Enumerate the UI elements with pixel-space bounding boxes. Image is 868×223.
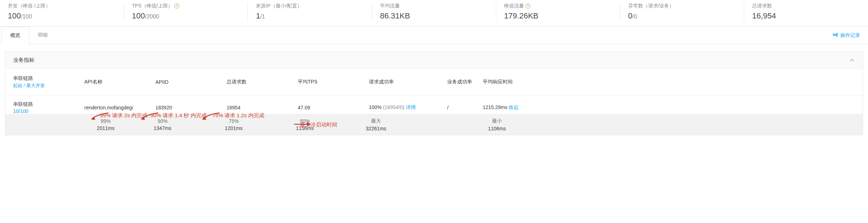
row-detail-link[interactable]: 详情 xyxy=(406,104,416,110)
sub-min: 最小 1106ms xyxy=(476,118,518,131)
metric-value: 1 xyxy=(256,11,260,20)
help-icon[interactable]: ? xyxy=(174,4,179,9)
metric-label: 平均流量 xyxy=(380,3,488,9)
sub-value: 1201ms xyxy=(225,125,243,131)
sub-label: 75% xyxy=(229,118,239,124)
sub-value: 2011ms xyxy=(97,125,115,131)
sub-p99: 99% 2011ms xyxy=(84,118,127,131)
tab-detail[interactable]: 明细 xyxy=(29,27,56,44)
row-lianlu: 串联链路 xyxy=(13,101,84,108)
sub-p50: 50% 1156ms xyxy=(269,118,340,131)
metric-concurrency: 并发（峰值 /上限） 100/100 xyxy=(0,3,124,21)
panel-title: 业务指标 xyxy=(13,57,35,64)
op-log-label: 操作记录 xyxy=(840,32,860,39)
row-biz-success: / xyxy=(447,105,483,110)
metric-sub: /2000 xyxy=(145,13,159,20)
sub-p90: 90% 1347ms xyxy=(127,118,198,131)
metric-value: 179.26KB xyxy=(504,11,612,21)
metric-label: 峰值流量 xyxy=(504,3,524,9)
th-lianlu: 串联链路 xyxy=(13,75,84,82)
sub-value: 1347ms xyxy=(154,125,171,131)
metric-label: 并发（峰值 /上限） xyxy=(8,3,116,9)
metrics-row: 并发（峰值 /上限） 100/100 TPS（峰值/上限） ? 100/2000… xyxy=(0,0,868,27)
metric-avg-flow: 平均流量 86.31KB xyxy=(372,3,496,21)
sub-label: 50% xyxy=(300,118,310,124)
table-header: 串联链路 起始 / 最大并发 API名称 APIID 总请求数 平均TPS 请求… xyxy=(5,69,863,96)
metric-sub: /100 xyxy=(21,13,32,20)
row-api-name: renderton.mofangdegi xyxy=(84,105,155,110)
th-avg-rt: 平均响应时间 xyxy=(483,79,547,85)
metric-sub: /0 xyxy=(633,13,637,20)
th-total-req: 总请求数 xyxy=(227,79,298,85)
metric-label: 总请求数 xyxy=(752,3,860,9)
tab-row: 概览 明细 操作记录 xyxy=(0,27,868,44)
sub-label: 最小 xyxy=(492,118,502,124)
chevron-up-icon[interactable] xyxy=(849,58,855,63)
metrics-table: 串联链路 起始 / 最大并发 API名称 APIID 总请求数 平均TPS 请求… xyxy=(5,69,863,135)
metric-value: 16,954 xyxy=(752,11,860,21)
metric-value: 100 xyxy=(8,11,21,20)
sub-max: 最大 32261ms xyxy=(340,118,412,131)
sub-label: 99% xyxy=(101,118,111,124)
th-api-id: APIID xyxy=(155,79,227,85)
row-success-rate: 100% xyxy=(369,104,382,110)
row-lianlu-val: 10/100 xyxy=(13,108,84,114)
row-avg-tps: 47.09 xyxy=(298,105,369,110)
row-api-id: 183920 xyxy=(155,105,227,110)
sub-value: 1156ms xyxy=(296,125,314,131)
th-api-name: API名称 xyxy=(84,79,155,85)
metric-source-ip: 来源IP（最小/配置） 1/1 xyxy=(248,3,372,21)
panel-header: 业务指标 xyxy=(5,52,863,69)
metric-errors: 异常数（请求/业务） 0/0 xyxy=(620,3,745,21)
metrics-panel: 业务指标 串联链路 起始 / 最大并发 API名称 APIID 总请求数 平均T… xyxy=(5,51,863,135)
th-lianlu-sub: 起始 / 最大并发 xyxy=(13,82,84,89)
help-icon[interactable]: ? xyxy=(525,4,530,9)
metric-label: 异常数（请求/业务） xyxy=(628,3,736,9)
metric-sub: /1 xyxy=(260,13,265,20)
row-avg-rt: 1215.29ms xyxy=(483,104,507,110)
row-collapse-link[interactable]: 收起 xyxy=(509,104,519,110)
sub-value: 32261ms xyxy=(366,126,386,131)
metric-tps: TPS（峰值/上限） ? 100/2000 xyxy=(124,3,248,21)
sub-value: 1106ms xyxy=(488,126,506,131)
sub-p75: 75% 1201ms xyxy=(198,118,269,131)
metric-peak-flow: 峰值流量 ? 179.26KB xyxy=(496,3,620,21)
row-success-detail: (16954/0) xyxy=(383,104,404,110)
row-total-req: 16954 xyxy=(227,105,298,110)
th-avg-tps: 平均TPS xyxy=(298,79,369,85)
metric-label: TPS（峰值/上限） xyxy=(132,3,173,9)
th-biz-success: 业务成功率 xyxy=(447,79,483,85)
metric-value: 0 xyxy=(628,11,633,20)
percentile-row: 99% 2011ms 90% 1347ms 75% 1201ms 50% 115… xyxy=(5,114,863,135)
sub-label: 最大 xyxy=(371,118,381,124)
table-row: 串联链路 10/100 renderton.mofangdegi 183920 … xyxy=(5,96,863,114)
metric-value: 100 xyxy=(132,11,145,20)
op-log-link[interactable]: 操作记录 xyxy=(832,32,860,39)
metric-label: 来源IP（最小/配置） xyxy=(256,3,364,9)
metric-value: 86.31KB xyxy=(380,11,488,21)
tab-overview[interactable]: 概览 xyxy=(1,27,29,44)
hand-point-icon xyxy=(832,32,838,39)
metric-total-req: 总请求数 16,954 xyxy=(744,3,868,21)
th-success-rate: 请求成功率 xyxy=(369,79,447,85)
sub-label: 90% xyxy=(158,118,168,124)
